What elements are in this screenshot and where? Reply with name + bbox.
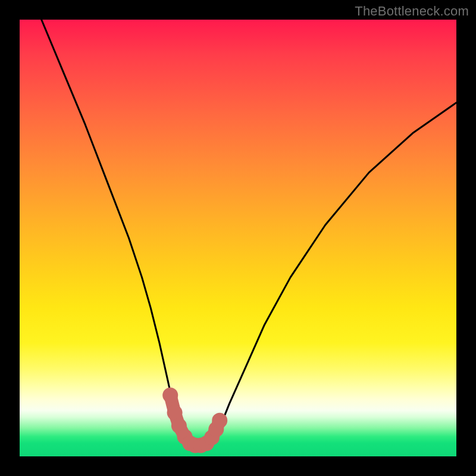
chart-frame: TheBottleneck.com (0, 0, 476, 476)
highlight-dot (212, 413, 227, 428)
highlight-dots (162, 387, 227, 453)
bottleneck-curve (42, 20, 456, 446)
highlight-dot (167, 405, 183, 421)
highlight-dot (162, 387, 178, 403)
watermark-text: TheBottleneck.com (355, 4, 469, 19)
plot-area (20, 20, 456, 456)
curve-layer (20, 20, 456, 456)
